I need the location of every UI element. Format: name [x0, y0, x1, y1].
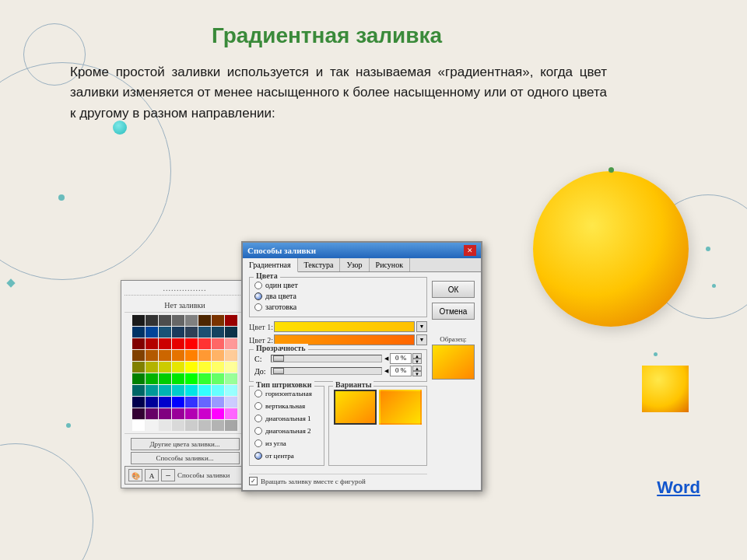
no-fill-label[interactable]: Нет заливки	[124, 299, 245, 313]
color-cell[interactable]	[172, 408, 184, 419]
color-cell[interactable]	[185, 350, 198, 361]
color-cell[interactable]	[225, 397, 237, 408]
radio-diagonal1[interactable]	[254, 415, 262, 422]
color-cell[interactable]	[225, 327, 237, 338]
color-cell[interactable]	[185, 408, 198, 419]
radio-horizontal[interactable]	[254, 390, 262, 397]
color-cell[interactable]	[159, 408, 171, 419]
color-cell[interactable]	[212, 420, 224, 431]
color-cell[interactable]	[159, 373, 171, 384]
radio-one-color[interactable]	[254, 282, 262, 289]
color-cell[interactable]	[198, 315, 211, 326]
color-cell[interactable]	[146, 315, 158, 326]
color-cell[interactable]	[198, 338, 211, 349]
color-cell[interactable]	[185, 397, 198, 408]
ok-button[interactable]: ОК	[432, 281, 475, 298]
color2-dropdown[interactable]: ▼	[416, 334, 427, 345]
color-cell[interactable]	[172, 420, 184, 431]
to-spin[interactable]: ▲ ▼	[412, 366, 422, 376]
color-cell[interactable]	[146, 338, 158, 349]
color-cell[interactable]	[146, 408, 158, 419]
color-cell[interactable]	[225, 315, 237, 326]
color-cell[interactable]	[172, 338, 184, 349]
variant-1[interactable]	[334, 390, 377, 425]
word-link[interactable]: Word	[657, 478, 700, 498]
color-cell[interactable]	[212, 397, 224, 408]
color-cell[interactable]	[198, 373, 211, 384]
tab-picture[interactable]: Рисунок	[370, 258, 410, 271]
color-cell[interactable]	[132, 315, 145, 326]
from-spin-up[interactable]: ▲	[412, 353, 422, 359]
color-cell[interactable]	[172, 385, 184, 396]
tab-pattern[interactable]: Узор	[340, 258, 369, 271]
color-cell[interactable]	[132, 327, 145, 338]
radio-from-corner[interactable]	[254, 439, 262, 447]
color-cell[interactable]	[159, 420, 171, 431]
cancel-button[interactable]: Отмена	[432, 303, 475, 320]
color-cell[interactable]	[198, 420, 211, 431]
color-cell[interactable]	[225, 420, 237, 431]
variant-2[interactable]	[379, 390, 422, 425]
color-cell[interactable]	[146, 420, 158, 431]
color-cell[interactable]	[146, 385, 158, 396]
from-spin-down[interactable]: ▼	[412, 359, 422, 364]
color-cell[interactable]	[212, 385, 224, 396]
color-cell[interactable]	[198, 397, 211, 408]
color-cell[interactable]	[159, 338, 171, 349]
color-cell[interactable]	[159, 350, 171, 361]
color-cell[interactable]	[198, 327, 211, 338]
color-cell[interactable]	[132, 350, 145, 361]
color-cell[interactable]	[146, 397, 158, 408]
color-cell[interactable]	[225, 350, 237, 361]
color-cell[interactable]	[225, 338, 237, 349]
color-cell[interactable]	[172, 327, 184, 338]
color1-dropdown[interactable]: ▼	[416, 321, 427, 332]
color-cell[interactable]	[212, 408, 224, 419]
radio-diagonal2[interactable]	[254, 427, 262, 435]
color1-bar[interactable]	[274, 321, 415, 332]
color-cell[interactable]	[212, 327, 224, 338]
color-cell[interactable]	[146, 350, 158, 361]
color-cell[interactable]	[132, 385, 145, 396]
color-cell[interactable]	[132, 362, 145, 373]
color-cell[interactable]	[132, 373, 145, 384]
toolbar-icon1[interactable]: 🎨	[128, 469, 142, 481]
color-cell[interactable]	[185, 420, 198, 431]
color-cell[interactable]	[212, 373, 224, 384]
color-cell[interactable]	[172, 373, 184, 384]
color-cell[interactable]	[172, 350, 184, 361]
from-percent[interactable]: 0 %	[390, 353, 412, 364]
color-cell[interactable]	[225, 385, 237, 396]
color-cell[interactable]	[146, 327, 158, 338]
radio-preset[interactable]	[254, 303, 262, 311]
color-cell[interactable]	[159, 397, 171, 408]
color-cell[interactable]	[172, 397, 184, 408]
radio-from-center[interactable]	[254, 452, 262, 460]
color-cell[interactable]	[159, 315, 171, 326]
toolbar-icon3[interactable]: ─	[161, 469, 175, 481]
color-cell[interactable]	[159, 362, 171, 373]
color-cell[interactable]	[225, 408, 237, 419]
radio-vertical[interactable]	[254, 402, 262, 410]
color-cell[interactable]	[132, 338, 145, 349]
color-cell[interactable]	[198, 385, 211, 396]
footer-checkbox[interactable]: ✓	[249, 477, 258, 485]
color-cell[interactable]	[146, 373, 158, 384]
color-cell[interactable]	[132, 408, 145, 419]
fill-ways-btn[interactable]: Способы заливки...	[131, 452, 240, 464]
color-cell[interactable]	[132, 397, 145, 408]
other-colors-btn[interactable]: Другие цвета заливки...	[131, 438, 240, 450]
color-cell[interactable]	[159, 385, 171, 396]
to-percent[interactable]: 0 %	[390, 366, 412, 376]
color-cell[interactable]	[146, 362, 158, 373]
color-cell[interactable]	[212, 362, 224, 373]
color-cell[interactable]	[212, 315, 224, 326]
color-cell[interactable]	[185, 338, 198, 349]
dialog-close-btn[interactable]: ✕	[464, 245, 476, 256]
color-cell[interactable]	[212, 350, 224, 361]
color-cell[interactable]	[198, 362, 211, 373]
color-cell[interactable]	[198, 350, 211, 361]
color-cell[interactable]	[172, 315, 184, 326]
to-spin-up[interactable]: ▲	[412, 366, 422, 371]
color-cell[interactable]	[159, 327, 171, 338]
